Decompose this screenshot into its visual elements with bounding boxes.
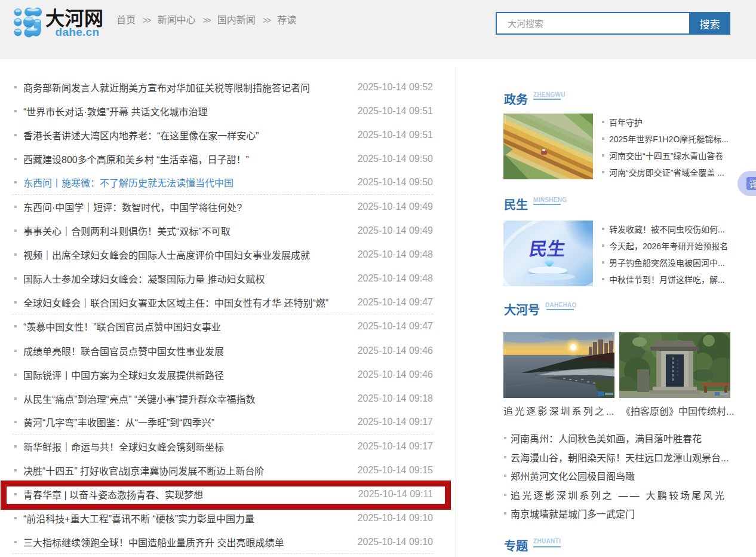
- svg-text:dahe.cn: dahe.cn: [56, 26, 100, 38]
